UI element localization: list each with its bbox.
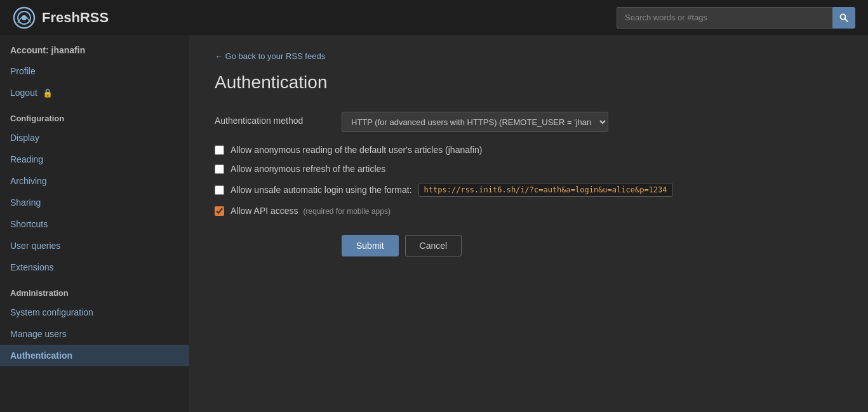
sidebar-item-manage-users[interactable]: Manage users (0, 323, 189, 345)
sidebar-item-sharing[interactable]: Sharing (0, 192, 189, 213)
button-row: Submit Cancel (342, 235, 843, 256)
sidebar-item-authentication[interactable]: Authentication (0, 345, 189, 366)
logo-area: FreshRSS (13, 6, 109, 29)
svg-line-4 (845, 18, 848, 22)
anon-refresh-checkbox[interactable] (215, 164, 224, 174)
auth-method-control: HTTP (for advanced users with HTTPS) (RE… (342, 112, 843, 132)
admin-section-title: Administration (0, 278, 189, 302)
anon-reading-label: Allow anonymous reading of the default u… (230, 145, 482, 155)
api-access-note: (required for mobile apps) (304, 207, 391, 216)
cancel-button[interactable]: Cancel (405, 235, 462, 256)
sidebar-item-display[interactable]: Display (0, 127, 189, 149)
checkboxes-area: Allow anonymous reading of the default u… (215, 145, 843, 216)
search-icon (839, 13, 848, 22)
checkbox-auto-login: Allow unsafe automatic login using the f… (215, 183, 843, 197)
search-button[interactable] (832, 7, 855, 29)
sidebar-item-shortcuts[interactable]: Shortcuts (0, 213, 189, 235)
page-title: Authentication (215, 72, 843, 93)
sidebar-item-reading[interactable]: Reading (0, 149, 189, 170)
auth-method-label: Authentication method (215, 112, 342, 126)
logo-text: FreshRSS (42, 10, 109, 26)
sidebar: Account: jhanafin Profile Logout 🔒 Confi… (0, 35, 189, 412)
search-area (617, 7, 855, 29)
topbar: FreshRSS (0, 0, 868, 35)
auto-login-checkbox[interactable] (215, 185, 224, 195)
auth-method-select[interactable]: HTTP (for advanced users with HTTPS) (RE… (342, 112, 608, 132)
freshrss-logo-icon (13, 6, 36, 29)
sidebar-item-archiving[interactable]: Archiving (0, 170, 189, 192)
checkbox-anon-refresh: Allow anonymous refresh of the articles (215, 164, 843, 174)
account-label: Account: jhanafin (0, 35, 189, 60)
sidebar-item-system-configuration[interactable]: System configuration (0, 302, 189, 323)
anon-refresh-label: Allow anonymous refresh of the articles (230, 164, 385, 174)
auto-login-label: Allow unsafe automatic login using the f… (230, 185, 412, 195)
svg-point-2 (22, 15, 27, 20)
sidebar-item-user-queries[interactable]: User queries (0, 235, 189, 256)
logout-icon: 🔒 (43, 88, 53, 98)
sidebar-item-extensions[interactable]: Extensions (0, 256, 189, 278)
layout: Account: jhanafin Profile Logout 🔒 Confi… (0, 35, 868, 412)
auth-method-row: Authentication method HTTP (for advanced… (215, 112, 843, 132)
search-input[interactable] (617, 7, 832, 29)
checkbox-anon-reading: Allow anonymous reading of the default u… (215, 145, 843, 155)
submit-button[interactable]: Submit (342, 235, 399, 256)
main-content: ← Go back to your RSS feeds Authenticati… (189, 35, 868, 412)
sidebar-item-profile[interactable]: Profile (0, 60, 189, 82)
checkbox-api-access: Allow API access (required for mobile ap… (215, 206, 843, 216)
back-link[interactable]: ← Go back to your RSS feeds (215, 51, 325, 61)
api-access-checkbox[interactable] (215, 206, 224, 216)
anon-reading-checkbox[interactable] (215, 145, 224, 155)
config-section-title: Configuration (0, 103, 189, 127)
auto-login-url: https://rss.init6.sh/i/?c=auth&a=login&u… (418, 183, 673, 197)
api-access-label: Allow API access (required for mobile ap… (230, 206, 391, 216)
sidebar-item-logout[interactable]: Logout 🔒 (0, 82, 189, 103)
